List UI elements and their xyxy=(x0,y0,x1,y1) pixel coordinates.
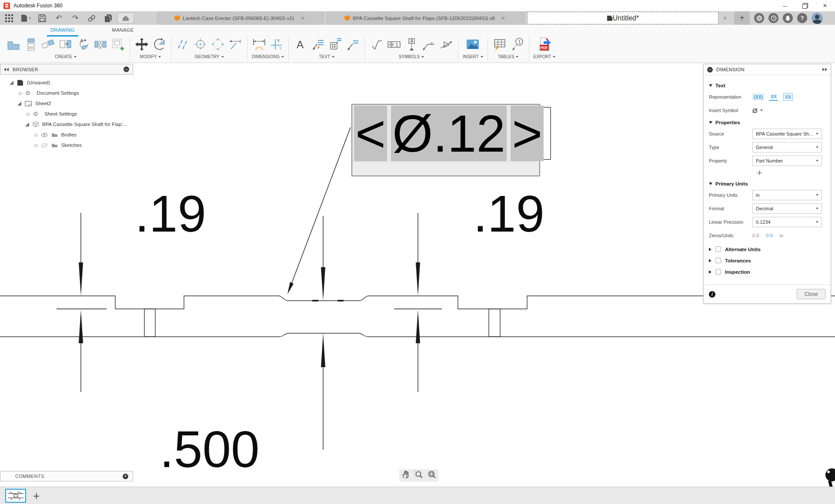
tree-row-bodies[interactable]: Bodies xyxy=(0,129,133,140)
minimize-panel-icon[interactable]: – xyxy=(124,66,129,72)
pan-icon[interactable] xyxy=(401,470,410,481)
center-mark-pattern-icon[interactable] xyxy=(210,37,225,52)
zoom-fit-icon[interactable] xyxy=(428,470,436,481)
expander-open-icon[interactable] xyxy=(25,123,29,126)
projected-view-icon[interactable] xyxy=(23,37,38,52)
representation-option-underline[interactable]: XX xyxy=(769,93,778,101)
expander-open-icon[interactable] xyxy=(10,81,13,85)
representation-option-parentheses[interactable]: (XX) xyxy=(752,93,764,100)
window-restore-button[interactable] xyxy=(795,0,815,11)
representation-option-boxed[interactable]: XX xyxy=(783,93,793,101)
source-dropdown[interactable]: BPA Cassette Square Shaft... xyxy=(752,129,822,139)
dimension-edit-box[interactable]: < Ø.12 > xyxy=(351,104,540,176)
ribbon-tab-manage[interactable]: MANAGE xyxy=(109,26,137,36)
expander-closed-icon[interactable] xyxy=(35,132,41,137)
add-sheet-button[interactable]: + xyxy=(33,491,40,500)
expand-comments-icon[interactable]: + xyxy=(123,474,128,479)
export-pdf-icon[interactable]: PDF xyxy=(537,37,552,52)
caret-down-icon[interactable] xyxy=(760,109,763,111)
trailing-zeros-toggle[interactable]: 0.0 xyxy=(766,233,772,238)
dimension-left-19[interactable]: .19 xyxy=(57,185,206,392)
visibility-eye-icon[interactable] xyxy=(41,133,48,137)
tab-close-icon[interactable]: ✕ xyxy=(499,15,507,21)
job-status-icon[interactable] xyxy=(768,13,778,23)
dimension-right-19[interactable]: .19 xyxy=(394,185,544,392)
section-inspection[interactable]: Inspection xyxy=(709,269,825,275)
document-tab-1[interactable]: Lantech Case Erector (SFB-056065-E) 304S… xyxy=(157,11,324,25)
info-icon[interactable]: i xyxy=(709,291,715,298)
linear-precision-dropdown[interactable]: 0.1234 xyxy=(752,217,822,227)
base-view-icon[interactable] xyxy=(6,37,21,52)
ribbon-tab-drawing[interactable]: DRAWING xyxy=(47,26,78,36)
leader-text-icon[interactable] xyxy=(311,37,325,52)
section-primary-units[interactable]: Primary Units xyxy=(709,181,825,186)
leading-zeros-toggle[interactable]: 0.0 xyxy=(752,233,759,238)
datum-identifier-icon[interactable]: A xyxy=(404,37,419,52)
minimize-panel-icon[interactable]: – xyxy=(707,67,713,73)
visibility-eye-off-icon[interactable] xyxy=(41,143,48,148)
units-toggle[interactable]: in xyxy=(780,233,784,238)
untitled-close-icon[interactable]: ✕ xyxy=(721,15,729,21)
expander-closed-icon[interactable] xyxy=(19,90,25,96)
section-alternate-units[interactable]: Alternate Units xyxy=(709,246,825,252)
group-label-symbols[interactable]: SYMBOLS xyxy=(399,54,424,59)
document-tab-2[interactable]: BPA Cassette Square Shaft for Flaps (SFB… xyxy=(326,11,525,25)
type-dropdown[interactable]: General xyxy=(752,142,822,153)
edit-segment-value[interactable]: Ø.12 xyxy=(391,106,507,161)
move-icon[interactable] xyxy=(134,37,149,52)
tolerances-checkbox[interactable] xyxy=(715,258,721,263)
note-grid-icon[interactable] xyxy=(328,37,343,52)
group-label-export[interactable]: EXPORT xyxy=(534,54,556,59)
new-tab-button[interactable]: + xyxy=(734,11,750,25)
balloon-icon[interactable]: 1 xyxy=(510,37,524,52)
detail-view-icon[interactable]: A xyxy=(76,37,90,52)
redo-icon[interactable] xyxy=(70,13,80,23)
help-icon[interactable]: ? xyxy=(797,13,807,23)
comments-bar[interactable]: COMMENTS + xyxy=(0,471,133,481)
group-label-tables[interactable]: TABLES xyxy=(498,54,519,59)
home-button[interactable] xyxy=(117,13,134,23)
leader-note-icon[interactable] xyxy=(345,37,360,52)
weld-symbol-icon[interactable] xyxy=(421,37,436,52)
document-tab-active[interactable]: Untitled* xyxy=(527,12,718,24)
group-label-insert[interactable]: INSERT xyxy=(463,54,483,59)
dimension-500[interactable]: .500 xyxy=(160,216,325,478)
break-view-icon[interactable] xyxy=(93,37,108,52)
section-view-icon[interactable] xyxy=(41,37,56,52)
centerline-icon[interactable] xyxy=(176,37,190,52)
feature-control-frame-icon[interactable]: .1 xyxy=(387,37,401,52)
ordinate-dimension-icon[interactable]: X Y xyxy=(269,37,284,52)
group-label-modify[interactable]: MODIFY xyxy=(140,54,161,59)
tree-row-document-settings[interactable]: Document Settings xyxy=(0,88,133,98)
group-label-dimensions[interactable]: DIMENSIONS xyxy=(252,54,284,59)
extensions-icon[interactable] xyxy=(754,13,764,23)
dimension-icon[interactable] xyxy=(252,37,267,52)
section-properties[interactable]: Properties xyxy=(709,120,825,125)
taper-symbol-icon[interactable] xyxy=(439,37,454,52)
tree-row-component[interactable]: BPA Cassette Square Shaft for Flap:... xyxy=(0,119,133,129)
copy-clipboard-icon[interactable] xyxy=(104,13,113,23)
text-icon[interactable]: A xyxy=(293,37,308,52)
file-menu-icon[interactable] xyxy=(21,13,30,23)
share-link-icon[interactable] xyxy=(87,13,97,23)
user-avatar[interactable] xyxy=(812,13,823,24)
auxiliary-view-icon[interactable] xyxy=(58,37,73,52)
tree-row-sketches[interactable]: Sketches xyxy=(0,140,133,150)
inspection-checkbox[interactable] xyxy=(715,269,721,275)
rotate-icon[interactable] xyxy=(152,37,167,52)
add-property-button[interactable]: + xyxy=(757,169,825,177)
collapse-left-icon[interactable] xyxy=(4,68,9,71)
app-grid-icon[interactable] xyxy=(4,13,14,23)
window-minimize-button[interactable] xyxy=(775,0,795,11)
alternate-units-checkbox[interactable] xyxy=(715,246,721,252)
undo-icon[interactable] xyxy=(54,13,63,23)
expander-open-icon[interactable] xyxy=(17,102,21,106)
center-mark-icon[interactable] xyxy=(193,37,208,52)
group-label-create[interactable]: CREATE xyxy=(55,54,77,59)
expand-right-icon[interactable] xyxy=(822,68,827,71)
edge-extension-icon[interactable] xyxy=(228,37,243,52)
tree-row-sheet2[interactable]: Sheet2 xyxy=(0,98,133,109)
surface-texture-icon[interactable] xyxy=(369,37,384,52)
dimension-dialog-header[interactable]: – DIMENSION xyxy=(704,64,831,75)
zoom-window-icon[interactable] xyxy=(414,470,423,481)
